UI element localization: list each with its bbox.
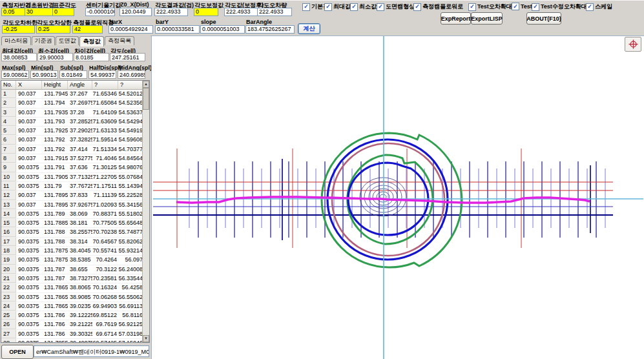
center-target-button[interactable] [625, 37, 641, 52]
checkbox-box[interactable]: ✓ [468, 3, 476, 11]
table-row[interactable]: 1190.0375131.7937.7672571.1751155.14394 [1, 182, 149, 191]
checkbox-3[interactable]: ✓최소값 [350, 3, 377, 11]
table-row[interactable]: 1990.0375131.787538.538570.426456.097 [1, 256, 149, 265]
checkbox-box[interactable]: ✓ [586, 3, 594, 11]
table-cell: 131.7875 [42, 256, 68, 264]
table-row[interactable]: 1490.0375131.78938.06970.8837155.51802 [1, 210, 149, 219]
table-row[interactable]: 2590.0375131.78639.1222569.8512256.8116 [1, 311, 149, 320]
table-row[interactable]: 690.037131.79237.3282571.5951454.59608 [1, 136, 149, 145]
table-row[interactable]: 1390.037131.789537.9267571.0209355.34156 [1, 201, 149, 210]
param2-input[interactable]: 0.25 [36, 25, 70, 34]
table-cell: 71.22705 [92, 173, 118, 181]
table-cell: 54.59608 [118, 136, 144, 144]
table-cell: 131.7885 [42, 219, 68, 227]
column-header[interactable]: ? [92, 81, 118, 89]
param-input[interactable]: 222.4933 [224, 8, 258, 16]
checkbox-5[interactable]: ✓측정캠플로워로 [413, 3, 463, 11]
table-row[interactable]: 2790.0375131.78639.3032569.671457.03198 [1, 330, 149, 339]
stat-value: 59.00862 [1, 70, 29, 79]
checkbox-box[interactable]: ✓ [302, 3, 310, 11]
table-row[interactable]: 190.037131.794537.26771.6534654.52012 [1, 90, 149, 99]
table-row[interactable]: 1090.0375131.790537.7132571.2270555.0768… [1, 173, 149, 182]
param-input[interactable]: 222.4933 [154, 8, 188, 16]
row-number-cell: 3 [1, 108, 16, 117]
checkbox-box[interactable]: ✓ [350, 3, 358, 11]
param2-input[interactable]: 0.0000333581 [155, 25, 200, 34]
tab-5[interactable]: 측정목록 [105, 36, 134, 45]
table-scrollbar[interactable]: ▲ ▼ [142, 81, 149, 342]
checkbox-box[interactable]: ✓ [324, 3, 332, 11]
checkbox-4[interactable]: ✓도면캠형상 [377, 3, 415, 11]
calculate-button[interactable]: 계산 [298, 23, 320, 34]
param-input[interactable]: 120.0449 [119, 8, 152, 16]
table-row[interactable]: 2390.0375131.786538.908570.0626856.55062 [1, 293, 149, 302]
checkbox-box[interactable]: ✓ [377, 3, 384, 11]
table-row[interactable]: 1790.0375131.78838.31470.6456755.82062 [1, 238, 149, 247]
tab-3[interactable]: 도면값 [56, 36, 79, 45]
table-row[interactable]: 890.037131.791537.5277571.404654.84564 [1, 154, 149, 163]
table-row[interactable]: 290.037131.79437.2697571.6508454.52356 [1, 99, 149, 108]
param2-input[interactable]: 0.0000051003 [200, 25, 245, 34]
table-row[interactable]: 1590.0375131.788538.18170.7750555.65648 [1, 219, 149, 228]
stat-value: 240.69985 [118, 70, 145, 79]
table-cell: 56.33544 [118, 274, 144, 283]
column-header[interactable]: Angle [68, 81, 92, 89]
tab-4[interactable]: 측정값 [79, 36, 104, 46]
table-row[interactable]: 2290.0375131.786538.806570.1632456.4258 [1, 283, 149, 292]
tab-2[interactable]: 기준권 [32, 36, 55, 45]
column-header[interactable]: Height [42, 81, 68, 89]
column-header[interactable]: X [16, 81, 42, 89]
param-input[interactable]: -0.0000100 [85, 8, 115, 16]
param2-input[interactable]: 0.0005492924 [109, 25, 153, 34]
cam-plot-panel[interactable] [151, 36, 644, 359]
scroll-up-arrow[interactable]: ▲ [143, 81, 149, 88]
checkbox-9[interactable]: ✓스케일 [586, 3, 612, 11]
table-row[interactable]: 790.037131.79237.41471.5133454.70377 [1, 145, 149, 154]
column-header[interactable]: No. [1, 81, 16, 89]
scroll-thumb[interactable] [143, 88, 149, 110]
checkbox-box[interactable]: ✓ [413, 3, 421, 11]
checkbox-box[interactable]: ✓ [532, 3, 539, 11]
checkbox-8[interactable]: ✓Test수정오차확대 [532, 3, 587, 11]
table-cell: 131.794 [42, 99, 68, 107]
param-input[interactable]: 222.4933 [257, 8, 292, 16]
column-header[interactable]: ? [118, 81, 144, 89]
param-input[interactable]: 0 [52, 8, 74, 16]
table-cell: 90.0375 [16, 265, 42, 274]
table-row[interactable]: 2890.0375131.785539.4007569.5742557.1504… [1, 339, 149, 343]
measurement-table[interactable]: No.XHeightAngle?? 190.037131.794537.2677… [1, 80, 150, 343]
table-cell: 56.24008 [118, 265, 144, 274]
param-input[interactable]: 30 [25, 8, 53, 16]
param2-input[interactable]: 183.4752625267 [245, 25, 295, 34]
table-row[interactable]: 1890.0375131.787538.404570.5574155.93214 [1, 247, 149, 256]
table-row[interactable]: 590.037131.792537.2902571.6313354.54919 [1, 127, 149, 136]
table-row[interactable]: 1290.037131.789537.83371.1113955.22528 [1, 191, 149, 200]
checkbox-6[interactable]: ✓Test오차확대 [468, 3, 512, 11]
param2-input[interactable]: 42 [72, 25, 103, 34]
checkbox-7[interactable]: ✓Test [512, 3, 532, 10]
export-lisp-button[interactable]: ExportLISP [471, 12, 503, 25]
table-row[interactable]: 1690.0375131.78838.2557570.7023855.74877 [1, 228, 149, 237]
param-input[interactable]: 0 [194, 8, 218, 16]
tab-1[interactable]: 마스터몸 [1, 36, 31, 45]
table-row[interactable]: 490.037131.79337.2852571.6360954.54294 [1, 118, 149, 127]
table-cell: 38.73275 [68, 274, 92, 283]
table-row[interactable]: 990.0375131.79137.63671.3012554.98076 [1, 163, 149, 172]
table-row[interactable]: 2190.0375131.78738.7327570.2358156.33544 [1, 274, 149, 283]
scroll-down-arrow[interactable]: ▼ [143, 335, 149, 342]
file-path-field[interactable]: er₩CamShaft₩캠데이터0919-1₩0919_MC_3.csv [34, 345, 149, 357]
table-row[interactable]: 2490.0375131.786539.023569.9490356.69113 [1, 302, 149, 311]
exp-report-button[interactable]: ExpReport [441, 12, 471, 25]
about-button[interactable]: ABOUT(F10) [526, 12, 561, 25]
open-button[interactable]: OPEN [1, 345, 34, 359]
param-input[interactable]: 0.05 [1, 8, 26, 16]
checkbox-2[interactable]: ✓최대값 [324, 3, 351, 11]
param2-input[interactable]: -0.25 [2, 25, 35, 34]
table-cell: 90.0375 [16, 256, 42, 264]
table-row[interactable]: 2090.0375131.78738.65570.312256.24008 [1, 265, 149, 274]
table-row[interactable]: 390.037131.793537.2871.6410954.53637 [1, 108, 149, 118]
checkbox-box[interactable]: ✓ [512, 3, 519, 10]
table-cell: 69.85122 [92, 311, 118, 320]
table-row[interactable]: 2690.0375131.78639.2122569.761956.92125 [1, 320, 149, 329]
table-cell: 37.76725 [68, 182, 92, 190]
